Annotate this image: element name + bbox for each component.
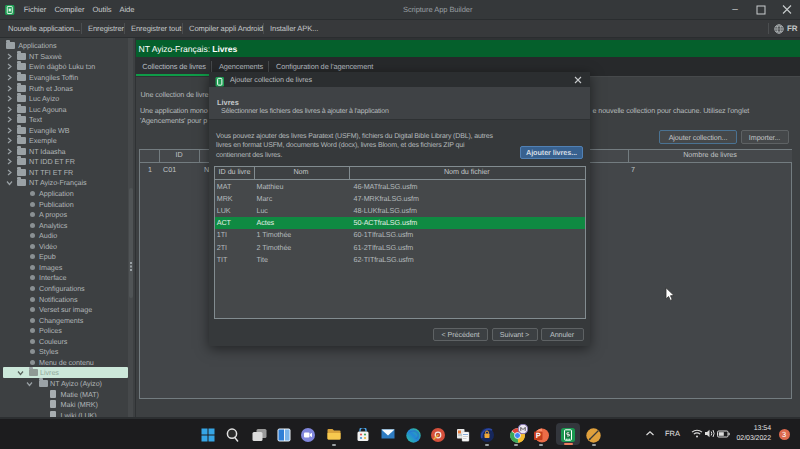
svg-text:P: P <box>535 431 540 440</box>
